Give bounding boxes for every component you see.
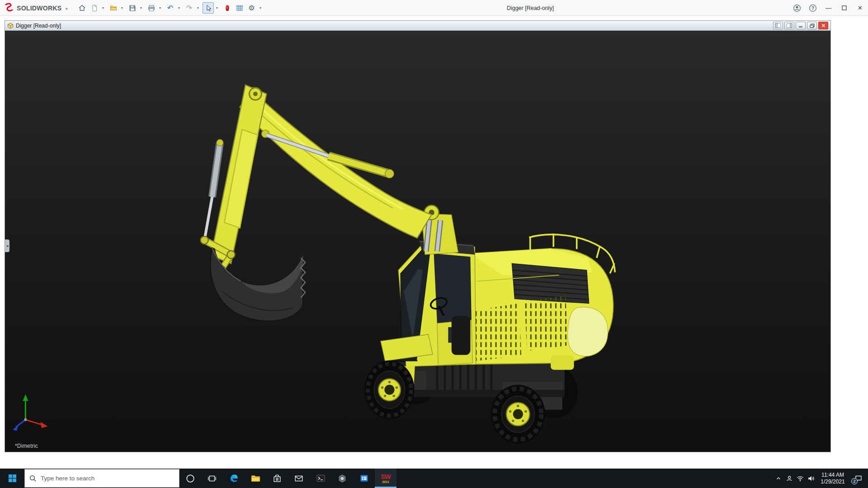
volume-button[interactable] xyxy=(806,469,816,488)
document-window-controls xyxy=(773,22,828,29)
terminal-button[interactable] xyxy=(310,469,331,488)
task-view-button[interactable] xyxy=(201,469,223,488)
print-button[interactable] xyxy=(146,2,157,14)
chevron-up-icon xyxy=(776,476,781,481)
split-pane-toggle-button[interactable] xyxy=(773,22,783,29)
dropdown-arrow-icon[interactable]: ▾ xyxy=(119,2,125,14)
doc-close-button[interactable] xyxy=(818,22,828,29)
dropdown-arrow-icon[interactable]: ▾ xyxy=(138,2,144,14)
speaker-icon xyxy=(807,475,815,482)
boom-arm xyxy=(240,88,432,238)
windows-taskbar: SW 2021 11:44 AM 1/29/2021 2 xyxy=(0,469,868,488)
save-button[interactable] xyxy=(127,2,138,14)
view-orientation-label: *Dimetric xyxy=(15,443,38,449)
brand-name: SOLIDWORKS xyxy=(17,5,61,12)
maximize-button[interactable] xyxy=(836,0,852,16)
document-window: Digger [Read-only] xyxy=(5,20,831,452)
svg-text:?: ? xyxy=(811,5,814,10)
chevron-left-icon: ◂ xyxy=(6,244,9,248)
app-titlebar: SOLIDWORKS ▸ ▾ ▾ ▾ ▾ ↶ ▾ ↷ ▾ ▾ ⚙ ▾ xyxy=(0,0,868,16)
full-pane-toggle-button[interactable] xyxy=(784,22,794,29)
solidworks-app-icon: SW 2021 xyxy=(381,474,391,483)
cortana-button[interactable] xyxy=(179,469,201,488)
doc-restore-button[interactable] xyxy=(807,22,817,29)
dropdown-arrow-icon[interactable]: ▾ xyxy=(214,2,220,14)
doc-minimize-icon xyxy=(798,23,803,28)
start-button[interactable] xyxy=(0,469,24,488)
close-icon: ✕ xyxy=(858,5,863,11)
mail-button[interactable] xyxy=(288,469,310,488)
dropdown-arrow-icon[interactable]: ▾ xyxy=(195,2,201,14)
close-button[interactable]: ✕ xyxy=(852,0,868,16)
minimize-icon: — xyxy=(826,5,831,11)
full-pane-icon xyxy=(786,23,793,28)
tray-expand-button[interactable] xyxy=(773,469,784,488)
action-center-button[interactable]: 2 xyxy=(849,469,868,488)
clock-time: 11:44 AM xyxy=(816,472,849,479)
solidworks-logo-icon xyxy=(5,3,14,14)
user-account-button[interactable] xyxy=(789,0,805,16)
hexagon-app-button[interactable] xyxy=(331,469,353,488)
dropdown-arrow-icon[interactable]: ▾ xyxy=(176,2,182,14)
open-button[interactable] xyxy=(108,2,119,14)
save-icon xyxy=(129,5,136,12)
tray-person-button[interactable] xyxy=(784,469,795,488)
wifi-icon xyxy=(797,475,804,482)
quick-toolbar: ▾ ▾ ▾ ▾ ↶ ▾ ↷ ▾ ▾ ⚙ ▾ xyxy=(76,2,264,14)
store-button[interactable] xyxy=(266,469,288,488)
maximize-icon xyxy=(842,5,847,10)
blue-window-app-icon xyxy=(359,473,369,483)
app-window-controls: ? — ✕ xyxy=(789,0,868,16)
select-tool-button[interactable] xyxy=(203,2,214,14)
doc-minimize-button[interactable] xyxy=(796,22,806,29)
person-icon xyxy=(786,475,793,482)
document-title: Digger [Read-only] xyxy=(16,23,61,29)
cortana-icon xyxy=(185,474,195,483)
doc-close-icon xyxy=(821,23,826,28)
collapsed-pane-tab[interactable]: ◂ xyxy=(5,239,9,252)
stick-arm xyxy=(211,85,267,263)
hexagon-app-icon xyxy=(337,474,347,483)
operator-cab xyxy=(398,241,476,386)
redo-button[interactable]: ↷ xyxy=(184,2,195,14)
options-button[interactable]: ⚙ xyxy=(246,2,257,14)
new-document-icon xyxy=(91,5,98,12)
part-document-icon xyxy=(7,23,14,29)
dropdown-arrow-icon[interactable]: ▾ xyxy=(157,2,163,14)
minimize-button[interactable]: — xyxy=(821,0,836,16)
solidworks-app-button[interactable]: SW 2021 xyxy=(375,469,396,488)
document-titlebar[interactable]: Digger [Read-only] xyxy=(5,21,830,31)
undo-button[interactable]: ↶ xyxy=(165,2,176,14)
select-cursor-icon xyxy=(205,5,212,12)
home-button[interactable] xyxy=(76,2,88,14)
undo-icon: ↶ xyxy=(167,5,173,12)
design-table-button[interactable] xyxy=(234,2,245,14)
solidworks-logo: SOLIDWORKS ▸ xyxy=(5,3,68,14)
taskbar-search[interactable] xyxy=(24,469,179,488)
file-explorer-button[interactable] xyxy=(245,469,266,488)
edge-icon xyxy=(229,473,239,483)
blue-window-app-button[interactable] xyxy=(353,469,375,488)
store-icon xyxy=(272,474,282,483)
app-window-title: Digger [Read-only] xyxy=(507,0,554,16)
taskbar-clock[interactable]: 11:44 AM 1/29/2021 xyxy=(816,472,849,485)
dropdown-arrow-icon[interactable]: ▾ xyxy=(258,2,263,14)
gear-icon: ⚙ xyxy=(248,5,255,12)
network-button[interactable] xyxy=(795,469,806,488)
flyout-arrow-icon[interactable]: ▸ xyxy=(66,6,68,11)
file-explorer-icon xyxy=(250,473,261,483)
task-view-icon xyxy=(207,474,217,483)
graphics-viewport[interactable]: *Dimetric ◂ xyxy=(5,31,830,452)
new-document-button[interactable] xyxy=(89,2,100,14)
terminal-icon xyxy=(316,473,326,483)
edge-button[interactable] xyxy=(223,469,245,488)
appearance-bead-icon xyxy=(224,5,231,12)
clock-date: 1/29/2021 xyxy=(816,479,849,485)
appearances-button[interactable] xyxy=(222,2,233,14)
user-account-icon xyxy=(793,4,801,12)
help-button[interactable]: ? xyxy=(805,0,821,16)
dropdown-arrow-icon[interactable]: ▾ xyxy=(100,2,106,14)
system-tray: 11:44 AM 1/29/2021 2 xyxy=(773,469,868,488)
orientation-triad xyxy=(13,394,47,431)
search-input[interactable] xyxy=(41,475,163,482)
